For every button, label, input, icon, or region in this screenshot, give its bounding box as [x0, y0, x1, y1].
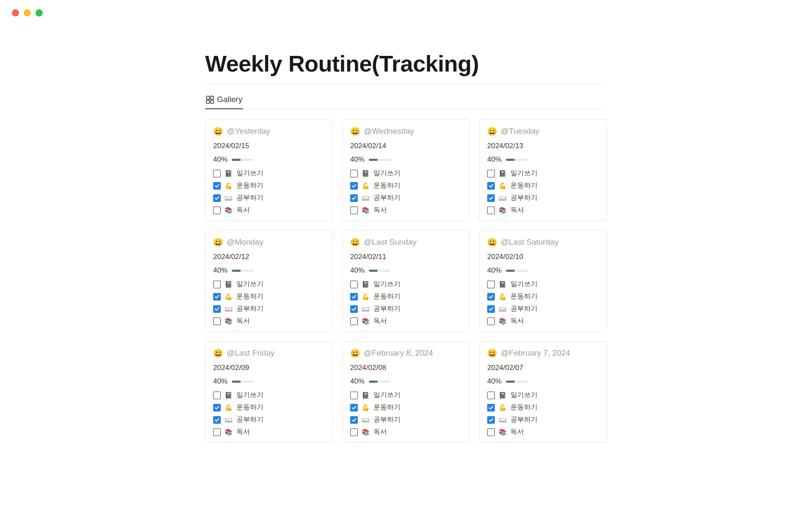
- task-checkbox[interactable]: [213, 392, 221, 399]
- task-label: 운동하기: [373, 403, 401, 412]
- progress-row: 40%: [350, 155, 462, 164]
- task-checkbox[interactable]: [350, 207, 358, 214]
- card-date: 2024/02/11: [350, 253, 462, 261]
- task-emoji-icon: 💪: [225, 182, 233, 190]
- task-checkbox[interactable]: [350, 170, 358, 177]
- task-checkbox[interactable]: [350, 293, 358, 301]
- tab-gallery[interactable]: Gallery: [205, 92, 243, 109]
- window-zoom-icon[interactable]: [36, 9, 43, 17]
- task-checkbox[interactable]: [213, 428, 221, 436]
- task-checkbox[interactable]: [487, 392, 495, 399]
- svg-rect-0: [206, 96, 209, 99]
- progress-fill: [506, 381, 515, 383]
- gallery-card[interactable]: 😀@February 8, 20242024/02/0840%📓일기쓰기💪운동하…: [342, 341, 470, 443]
- task-checkbox[interactable]: [487, 281, 495, 288]
- task-emoji-icon: 📓: [499, 392, 507, 399]
- card-title-row: 😀@Tuesday: [487, 127, 599, 136]
- gallery-card[interactable]: 😀@Yesterday2024/02/1540%📓일기쓰기💪운동하기📖공부하기📚…: [205, 119, 333, 221]
- progress-row: 40%: [350, 266, 462, 275]
- card-title-row: 😀@Yesterday: [213, 127, 325, 136]
- task-item: 📚독서: [350, 206, 462, 215]
- task-label: 공부하기: [236, 193, 263, 202]
- task-label: 일기쓰기: [373, 391, 401, 400]
- task-checkbox[interactable]: [487, 194, 495, 202]
- task-checkbox[interactable]: [487, 207, 495, 214]
- task-item: 📓일기쓰기: [350, 280, 462, 289]
- task-checkbox[interactable]: [213, 416, 221, 424]
- task-checkbox[interactable]: [213, 170, 221, 177]
- task-checkbox[interactable]: [213, 293, 221, 301]
- task-checkbox[interactable]: [350, 392, 358, 399]
- task-list: 📓일기쓰기💪운동하기📖공부하기📚독서: [213, 280, 325, 326]
- window-close-icon[interactable]: [12, 9, 19, 17]
- task-label: 운동하기: [236, 403, 263, 412]
- task-label: 운동하기: [510, 292, 538, 301]
- task-checkbox[interactable]: [350, 416, 358, 424]
- card-title-row: 😀@Wednesday: [350, 127, 462, 136]
- window-minimize-icon[interactable]: [24, 9, 31, 17]
- task-checkbox[interactable]: [350, 194, 358, 202]
- gallery-card[interactable]: 😀@Last Sunday2024/02/1140%📓일기쓰기💪운동하기📖공부하…: [342, 230, 470, 332]
- task-item: 📖공부하기: [487, 304, 599, 313]
- task-label: 공부하기: [236, 304, 263, 313]
- task-label: 일기쓰기: [510, 280, 538, 289]
- task-list: 📓일기쓰기💪운동하기📖공부하기📚독서: [350, 280, 462, 326]
- task-item: 📖공부하기: [350, 304, 462, 313]
- gallery-card[interactable]: 😀@February 7, 20242024/02/0740%📓일기쓰기💪운동하…: [479, 341, 607, 443]
- task-checkbox[interactable]: [213, 404, 221, 411]
- progress-percent: 40%: [213, 377, 228, 386]
- task-checkbox[interactable]: [487, 170, 495, 177]
- task-checkbox[interactable]: [350, 305, 358, 313]
- task-checkbox[interactable]: [350, 404, 358, 411]
- progress-bar: [369, 381, 391, 383]
- tab-gallery-label: Gallery: [217, 95, 242, 104]
- task-list: 📓일기쓰기💪운동하기📖공부하기📚독서: [350, 391, 462, 436]
- task-label: 공부하기: [373, 193, 401, 202]
- gallery-card[interactable]: 😀@Tuesday2024/02/1340%📓일기쓰기💪운동하기📖공부하기📚독서: [479, 119, 607, 221]
- task-emoji-icon: 💪: [362, 293, 370, 301]
- task-item: 💪운동하기: [213, 181, 325, 190]
- task-emoji-icon: 📓: [362, 170, 370, 177]
- task-label: 운동하기: [373, 181, 401, 190]
- progress-bar: [232, 270, 254, 272]
- task-checkbox[interactable]: [213, 194, 221, 202]
- task-checkbox[interactable]: [213, 207, 221, 214]
- card-relative-date: @Monday: [227, 237, 263, 247]
- progress-percent: 40%: [350, 377, 365, 386]
- gallery-card[interactable]: 😀@Last Friday2024/02/0940%📓일기쓰기💪운동하기📖공부하…: [205, 341, 333, 443]
- progress-row: 40%: [213, 155, 325, 164]
- task-label: 공부하기: [510, 415, 538, 424]
- task-checkbox[interactable]: [350, 318, 358, 325]
- task-checkbox[interactable]: [487, 293, 495, 301]
- task-emoji-icon: 📖: [362, 194, 370, 202]
- task-checkbox[interactable]: [350, 182, 358, 190]
- task-emoji-icon: 📚: [499, 318, 507, 325]
- gallery-card[interactable]: 😀@Last Saturday2024/02/1040%📓일기쓰기💪운동하기📖공…: [479, 230, 607, 332]
- task-checkbox[interactable]: [487, 404, 495, 411]
- task-checkbox[interactable]: [350, 281, 358, 288]
- task-label: 독서: [510, 206, 524, 215]
- task-checkbox[interactable]: [213, 281, 221, 288]
- page-title: Weekly Routine(Tracking): [205, 50, 607, 77]
- task-emoji-icon: 💪: [499, 293, 507, 301]
- task-checkbox[interactable]: [487, 428, 495, 436]
- task-label: 일기쓰기: [510, 169, 538, 178]
- task-checkbox[interactable]: [487, 182, 495, 190]
- card-date: 2024/02/08: [350, 364, 462, 372]
- gallery-card[interactable]: 😀@Monday2024/02/1240%📓일기쓰기💪운동하기📖공부하기📚독서: [205, 230, 333, 332]
- task-label: 일기쓰기: [510, 391, 538, 400]
- task-label: 독서: [236, 206, 250, 215]
- task-checkbox[interactable]: [213, 318, 221, 325]
- smile-icon: 😀: [213, 238, 223, 246]
- task-checkbox[interactable]: [213, 305, 221, 313]
- task-checkbox[interactable]: [213, 182, 221, 190]
- task-checkbox[interactable]: [350, 428, 358, 436]
- task-checkbox[interactable]: [487, 305, 495, 313]
- task-label: 공부하기: [510, 193, 538, 202]
- gallery-card[interactable]: 😀@Wednesday2024/02/1440%📓일기쓰기💪운동하기📖공부하기📚…: [342, 119, 470, 221]
- task-checkbox[interactable]: [487, 416, 495, 424]
- progress-bar: [506, 159, 528, 161]
- task-checkbox[interactable]: [487, 318, 495, 325]
- smile-icon: 😀: [213, 127, 223, 135]
- progress-fill: [369, 159, 378, 161]
